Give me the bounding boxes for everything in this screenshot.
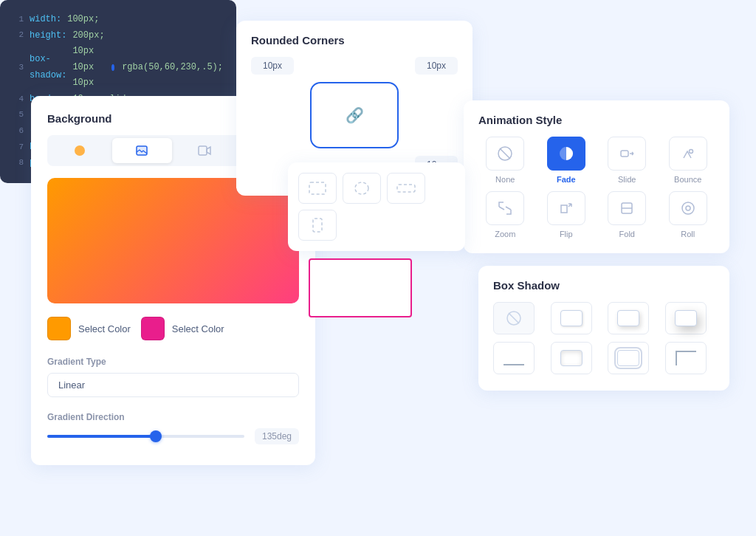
shadow-outline-preview <box>617 350 639 366</box>
svg-point-12 <box>686 206 690 210</box>
svg-line-6 <box>500 148 510 159</box>
svg-point-16 <box>355 182 368 194</box>
svg-line-14 <box>509 313 519 323</box>
shape-wide[interactable] <box>387 173 425 204</box>
shape-selector-panel <box>288 162 465 251</box>
shadow-corner-preview <box>676 351 696 365</box>
shadow-grid <box>493 302 715 374</box>
shadow-lg-preview <box>675 310 697 326</box>
anim-flip[interactable]: Flip <box>540 191 594 238</box>
shadow-bl-preview <box>504 351 524 365</box>
color-label-2: Select Color <box>172 323 224 334</box>
slider-fill <box>47 435 156 438</box>
anim-fade-label: Fade <box>557 175 576 184</box>
color-select-1[interactable]: Select Color <box>47 317 131 340</box>
pink-rect-preview <box>309 258 412 317</box>
anim-roll[interactable]: Roll <box>662 191 715 238</box>
anim-fold-label: Fold <box>619 230 635 238</box>
svg-point-0 <box>75 145 85 156</box>
shape-tall[interactable] <box>298 210 337 241</box>
gradient-type-label: Gradient Type <box>47 357 299 367</box>
anim-fade[interactable]: Fade <box>540 137 594 184</box>
anim-fold[interactable]: Fold <box>600 191 654 238</box>
anim-zoom-icon <box>486 191 524 225</box>
bg-tab-video[interactable] <box>175 138 234 163</box>
svg-rect-8 <box>621 151 628 157</box>
shadow-md-preview <box>617 310 639 326</box>
anim-zoom[interactable]: Zoom <box>478 191 532 238</box>
anim-none-icon <box>486 137 524 171</box>
shadow-bl[interactable] <box>493 342 535 374</box>
gradient-preview <box>47 178 299 303</box>
code-line-1: 1 width: 100px; <box>13 12 223 28</box>
anim-none[interactable]: None <box>478 137 532 184</box>
anim-panel-title: Animation Style <box>478 114 715 126</box>
gradient-deg: 135deg <box>255 428 299 444</box>
bg-tab-gradient[interactable] <box>50 138 109 163</box>
shadow-corner[interactable] <box>665 342 707 374</box>
code-line-3: 3 box-shadow: 10px 10px 10px rgba(50,60,… <box>13 44 223 92</box>
shadow-sm-preview <box>560 310 583 326</box>
svg-point-11 <box>682 202 694 214</box>
color-select-2[interactable]: Select Color <box>141 317 224 340</box>
shape-circle[interactable] <box>343 173 381 204</box>
anim-flip-icon <box>547 191 585 225</box>
shadow-lg[interactable] <box>665 302 707 334</box>
shadow-outline[interactable] <box>608 342 649 374</box>
shadow-inner-preview <box>560 350 583 366</box>
gradient-direction-row: 135deg <box>47 428 299 444</box>
anim-flip-label: Flip <box>560 230 573 238</box>
anim-fade-icon <box>547 137 585 171</box>
anim-roll-icon <box>669 191 707 225</box>
corner-tl-input[interactable] <box>251 57 294 75</box>
shadow-md[interactable] <box>608 302 649 334</box>
slider-thumb[interactable] <box>150 430 162 442</box>
color-label-1: Select Color <box>78 323 131 334</box>
anim-roll-label: Roll <box>681 230 695 238</box>
color-swatch-1 <box>47 317 71 340</box>
svg-point-9 <box>689 150 693 154</box>
anim-slide-label: Slide <box>618 175 636 184</box>
anim-zoom-label: Zoom <box>495 230 515 238</box>
color-selectors: Select Color Select Color <box>47 317 299 340</box>
shadow-none[interactable] <box>493 302 535 334</box>
svg-rect-17 <box>397 185 415 192</box>
bg-tab-image[interactable] <box>112 138 171 163</box>
gradient-type-value[interactable]: Linear <box>47 373 299 397</box>
code-line-2: 2 height: 200px; <box>13 28 223 44</box>
anim-bounce-icon <box>669 137 707 171</box>
corners-grid: 🔗 <box>251 57 458 173</box>
shadow-inner-opt[interactable] <box>551 342 592 374</box>
anim-slide-icon <box>608 137 646 171</box>
gradient-slider[interactable] <box>47 435 244 438</box>
corner-preview: 🔗 <box>310 82 399 148</box>
corner-top-row <box>251 57 458 75</box>
color-swatch-2 <box>141 317 165 340</box>
pink-rect-area <box>294 251 427 325</box>
rounded-corners-title: Rounded Corners <box>251 34 458 47</box>
anim-grid: None Fade Slide Bounce Zoom <box>478 137 715 238</box>
box-shadow-panel: Box Shadow <box>478 266 729 391</box>
anim-fold-icon <box>608 191 646 225</box>
corner-tr-input[interactable] <box>415 57 458 75</box>
shape-rect[interactable] <box>298 173 337 204</box>
anim-bounce-label: Bounce <box>674 175 701 184</box>
link-icon: 🔗 <box>346 106 364 124</box>
gradient-direction-label: Gradient Direction <box>47 412 299 422</box>
animation-panel: Animation Style None Fade Slide Bounce <box>464 100 729 253</box>
anim-bounce[interactable]: Bounce <box>662 137 715 184</box>
svg-rect-18 <box>313 219 322 232</box>
shadow-panel-title: Box Shadow <box>493 279 715 292</box>
svg-rect-15 <box>309 182 326 194</box>
anim-slide[interactable]: Slide <box>600 137 654 184</box>
anim-none-label: None <box>495 175 515 184</box>
svg-rect-3 <box>199 146 207 155</box>
shadow-sm[interactable] <box>551 302 592 334</box>
